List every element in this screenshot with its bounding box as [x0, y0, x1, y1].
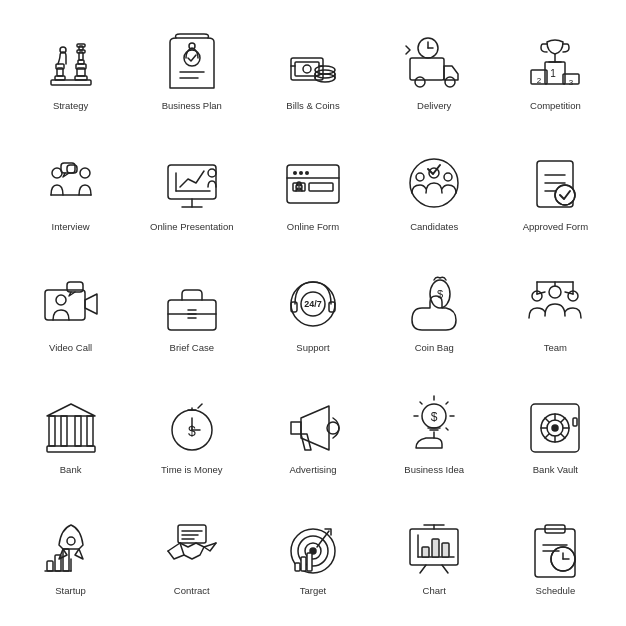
bank-cell: Bank	[10, 374, 131, 495]
svg-rect-156	[442, 543, 449, 557]
svg-marker-95	[47, 404, 95, 416]
svg-rect-58	[309, 183, 333, 191]
svg-point-28	[415, 77, 425, 87]
target-icon	[281, 515, 345, 579]
contract-icon	[160, 515, 224, 579]
svg-line-111	[446, 402, 448, 404]
brief-case-cell: Brief Case	[131, 252, 252, 373]
support-icon: 24/7	[281, 272, 345, 336]
team-icon	[523, 272, 587, 336]
support-label: Support	[296, 342, 329, 353]
business-idea-icon: $	[402, 394, 466, 458]
svg-line-124	[545, 418, 549, 422]
approved-form-icon	[523, 151, 587, 215]
svg-point-72	[56, 295, 66, 305]
svg-point-63	[416, 173, 424, 181]
business-plan-cell: Business Plan	[131, 10, 252, 131]
schedule-label: Schedule	[536, 585, 576, 596]
svg-line-114	[420, 402, 422, 404]
svg-point-53	[293, 171, 297, 175]
svg-rect-96	[47, 446, 95, 452]
svg-rect-145	[307, 553, 312, 571]
brief-case-icon	[160, 272, 224, 336]
bank-vault-cell: Bank Vault	[495, 374, 616, 495]
brief-case-label: Brief Case	[170, 342, 214, 353]
svg-rect-129	[573, 418, 577, 426]
time-is-money-label: Time is Money	[161, 464, 222, 475]
approved-form-label: Approved Form	[523, 221, 588, 232]
svg-text:$: $	[437, 288, 443, 300]
delivery-icon	[402, 30, 466, 94]
svg-text:3: 3	[569, 78, 574, 87]
svg-line-113	[446, 428, 448, 430]
delivery-label: Delivery	[417, 100, 451, 111]
target-cell: Target	[252, 495, 373, 616]
support-cell: 24/7 Support	[252, 252, 373, 373]
icon-grid: Strategy Business Plan	[0, 0, 626, 626]
chart-cell: Chart	[374, 495, 495, 616]
svg-line-151	[442, 565, 448, 573]
coin-bag-icon: $	[402, 272, 466, 336]
time-is-money-cell: $ Time is Money	[131, 374, 252, 495]
interview-cell: Interview	[10, 131, 131, 252]
delivery-cell: Delivery	[374, 10, 495, 131]
schedule-icon	[523, 515, 587, 579]
chart-label: Chart	[423, 585, 446, 596]
svg-point-24	[303, 65, 311, 73]
online-presentation-icon	[160, 151, 224, 215]
candidates-cell: Candidates	[374, 131, 495, 252]
svg-text:$: $	[188, 423, 196, 439]
svg-rect-71	[45, 290, 85, 320]
svg-point-128	[552, 425, 558, 431]
bills-coins-cell: Bills & Coins	[252, 10, 373, 131]
business-plan-icon	[160, 30, 224, 94]
contract-cell: Contract	[131, 495, 252, 616]
team-label: Team	[544, 342, 567, 353]
bank-label: Bank	[60, 464, 82, 475]
contract-label: Contract	[174, 585, 210, 596]
online-form-icon	[281, 151, 345, 215]
coin-bag-label: Coin Bag	[415, 342, 454, 353]
video-call-cell: Video Call	[10, 252, 131, 373]
svg-rect-97	[49, 416, 55, 446]
coin-bag-cell: $ Coin Bag	[374, 252, 495, 373]
svg-point-43	[80, 168, 90, 178]
bills-coins-label: Bills & Coins	[286, 100, 339, 111]
svg-text:24/7: 24/7	[304, 299, 322, 309]
strategy-label: Strategy	[53, 100, 88, 111]
time-is-money-icon: $	[160, 394, 224, 458]
svg-rect-74	[168, 300, 216, 330]
advertising-icon	[281, 394, 345, 458]
startup-icon	[39, 515, 103, 579]
svg-rect-131	[47, 561, 53, 571]
svg-rect-144	[301, 557, 306, 571]
bank-vault-icon	[523, 394, 587, 458]
competition-label: Competition	[530, 100, 581, 111]
svg-text:$: $	[431, 410, 438, 424]
svg-point-130	[67, 537, 75, 545]
svg-point-51	[208, 169, 216, 177]
svg-point-55	[305, 171, 309, 175]
video-call-icon	[39, 272, 103, 336]
svg-rect-154	[422, 547, 429, 557]
startup-cell: Startup	[10, 495, 131, 616]
interview-label: Interview	[52, 221, 90, 232]
competition-cell: 1 2 3 Competition	[495, 10, 616, 131]
svg-rect-99	[75, 416, 81, 446]
online-presentation-cell: Online Presentation	[131, 131, 252, 252]
svg-rect-98	[61, 416, 67, 446]
svg-line-125	[561, 434, 565, 438]
bank-vault-label: Bank Vault	[533, 464, 578, 475]
svg-line-127	[545, 434, 549, 438]
svg-point-86	[549, 286, 561, 298]
online-presentation-label: Online Presentation	[150, 221, 233, 232]
interview-icon	[39, 151, 103, 215]
svg-rect-3	[56, 64, 64, 69]
svg-point-29	[445, 77, 455, 87]
business-idea-cell: $ Business Idea	[374, 374, 495, 495]
svg-line-126	[561, 418, 565, 422]
bills-coins-icon	[281, 30, 345, 94]
competition-icon: 1 2 3	[523, 30, 587, 94]
svg-text:1: 1	[551, 68, 557, 79]
advertising-cell: Advertising	[252, 374, 373, 495]
